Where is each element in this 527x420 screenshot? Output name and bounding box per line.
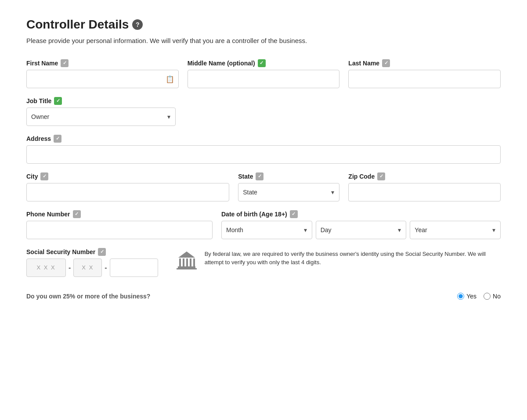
address-group: Address ✓: [26, 135, 501, 164]
ownership-row: Do you own 25% or more of the business? …: [26, 289, 501, 300]
ownership-question: Do you own 25% or more of the business?: [26, 293, 150, 300]
middle-name-label: Middle Name (optional) ✓: [188, 59, 340, 67]
zip-label: Zip Code ✓: [348, 172, 501, 180]
ssn-last-input[interactable]: [110, 258, 158, 277]
zip-input[interactable]: [348, 183, 501, 201]
svg-rect-2: [186, 258, 188, 266]
ssn-first-segment: X X X: [26, 258, 66, 277]
ssn-check-icon: ✓: [98, 248, 106, 256]
ssn-dash-1: -: [69, 264, 71, 272]
state-check-icon: ✓: [256, 172, 264, 180]
year-select[interactable]: Year 20262025202420232022202120202019201…: [410, 221, 501, 239]
zip-group: Zip Code ✓: [348, 172, 501, 201]
month-select[interactable]: Month January February March April May J…: [221, 221, 312, 239]
month-select-wrapper: Month January February March April May J…: [221, 221, 312, 239]
address-label: Address ✓: [26, 135, 501, 143]
svg-rect-1: [183, 258, 184, 266]
ssn-info-text: By federal law, we are required to verif…: [205, 250, 501, 267]
dob-label: Date of birth (Age 18+) ✓: [221, 210, 501, 218]
day-select-wrapper: Day 123456789101112131415161718192021222…: [316, 221, 407, 239]
state-label: State ✓: [238, 172, 339, 180]
city-input[interactable]: [26, 183, 229, 201]
page-title: Controller Details ?: [26, 18, 501, 32]
first-name-group: First Name ✓ 📋: [26, 59, 179, 88]
job-title-row: Job Title ✓ Owner CEO CFO COO President …: [26, 97, 501, 126]
ssn-right: By federal law, we are required to verif…: [176, 248, 501, 276]
state-select[interactable]: State AL AK AZ CA CO FL GA NY TX: [238, 183, 339, 201]
ownership-yes-radio[interactable]: [457, 293, 464, 300]
ssn-fields: X X X - X X -: [26, 258, 158, 277]
dob-selects: Month January February March April May J…: [221, 221, 501, 239]
job-title-check-icon: ✓: [54, 97, 62, 105]
city-check-icon: ✓: [40, 172, 48, 180]
middle-name-check-icon: ✓: [258, 59, 266, 67]
svg-rect-7: [177, 268, 197, 269]
last-name-label: Last Name ✓: [348, 59, 501, 67]
phone-dob-row: Phone Number ✓ Date of birth (Age 18+) ✓…: [26, 210, 501, 239]
phone-input[interactable]: [26, 221, 213, 239]
phone-label: Phone Number ✓: [26, 210, 213, 218]
name-row: First Name ✓ 📋 Middle Name (optional) ✓ …: [26, 59, 501, 88]
ssn-dash-2: -: [105, 264, 107, 272]
state-group: State ✓ State AL AK AZ CA CO FL GA NY TX: [238, 172, 339, 201]
page-subtitle: Please provide your personal information…: [26, 36, 369, 46]
job-title-select-wrapper: Owner CEO CFO COO President Other: [26, 108, 176, 126]
last-name-input[interactable]: [348, 70, 501, 88]
ownership-no-radio[interactable]: [484, 293, 491, 300]
job-title-group: Job Title ✓ Owner CEO CFO COO President …: [26, 97, 176, 126]
ownership-yes-option[interactable]: Yes: [457, 293, 476, 300]
first-name-input[interactable]: [26, 70, 179, 88]
svg-marker-5: [178, 251, 195, 258]
dob-group: Date of birth (Age 18+) ✓ Month January …: [221, 210, 501, 239]
svg-rect-6: [178, 266, 195, 268]
address-check-icon: ✓: [54, 135, 61, 143]
bank-icon: [176, 250, 198, 276]
middle-name-group: Middle Name (optional) ✓: [188, 59, 340, 88]
dob-check-icon: ✓: [290, 210, 298, 218]
job-title-label: Job Title ✓: [26, 97, 176, 105]
help-icon[interactable]: ?: [132, 19, 143, 30]
ssn-last-group: [110, 258, 158, 277]
ssn-label: Social Security Number ✓: [26, 248, 158, 256]
day-select[interactable]: Day 123456789101112131415161718192021222…: [316, 221, 407, 239]
svg-rect-4: [193, 258, 195, 266]
phone-check-icon: ✓: [73, 210, 81, 218]
svg-rect-0: [179, 258, 181, 266]
ssn-left: Social Security Number ✓ X X X - X X -: [26, 248, 158, 277]
first-name-label: First Name ✓: [26, 59, 179, 67]
ssn-section: Social Security Number ✓ X X X - X X -: [26, 248, 501, 277]
job-title-select[interactable]: Owner CEO CFO COO President Other: [26, 108, 176, 126]
svg-rect-3: [190, 258, 191, 266]
last-name-check-icon: ✓: [382, 59, 390, 67]
first-name-input-wrapper: 📋: [26, 70, 179, 88]
first-name-check-icon: ✓: [61, 59, 69, 67]
ownership-radio-group: Yes No: [457, 293, 501, 300]
phone-group: Phone Number ✓: [26, 210, 213, 239]
ownership-no-option[interactable]: No: [484, 293, 501, 300]
address-input[interactable]: [26, 145, 501, 164]
state-select-wrapper: State AL AK AZ CA CO FL GA NY TX: [238, 183, 339, 201]
city-group: City ✓: [26, 172, 229, 201]
last-name-group: Last Name ✓: [348, 59, 501, 88]
id-card-icon: 📋: [166, 75, 174, 83]
year-select-wrapper: Year 20262025202420232022202120202019201…: [410, 221, 501, 239]
middle-name-input[interactable]: [188, 70, 340, 88]
zip-check-icon: ✓: [377, 172, 385, 180]
city-label: City ✓: [26, 172, 229, 180]
city-state-zip-row: City ✓ State ✓ State AL AK AZ CA CO FL G…: [26, 172, 501, 201]
ownership-yes-label: Yes: [466, 293, 476, 300]
ownership-no-label: No: [493, 293, 501, 300]
ssn-second-segment: X X: [73, 258, 102, 277]
